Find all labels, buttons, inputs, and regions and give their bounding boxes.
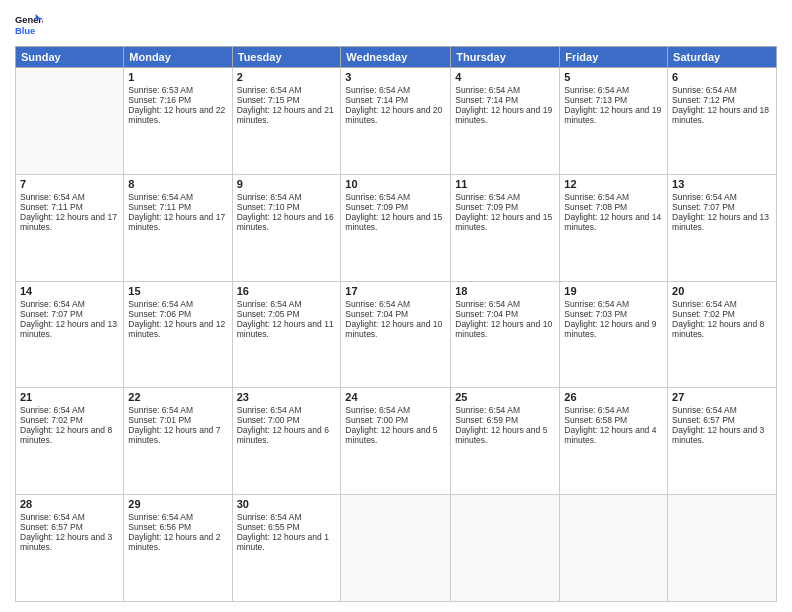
calendar-cell-5-5 (451, 495, 560, 602)
day-number: 19 (564, 285, 663, 297)
sunset-text: Sunset: 6:55 PM (237, 522, 337, 532)
day-number: 2 (237, 71, 337, 83)
daylight-text: Daylight: 12 hours and 6 minutes. (237, 425, 337, 445)
day-number: 16 (237, 285, 337, 297)
calendar-week-3: 14Sunrise: 6:54 AMSunset: 7:07 PMDayligh… (16, 281, 777, 388)
day-number: 5 (564, 71, 663, 83)
sunrise-text: Sunrise: 6:54 AM (128, 512, 227, 522)
weekday-header-monday: Monday (124, 47, 232, 68)
weekday-header-friday: Friday (560, 47, 668, 68)
sunset-text: Sunset: 6:57 PM (672, 415, 772, 425)
sunrise-text: Sunrise: 6:54 AM (564, 299, 663, 309)
calendar-cell-5-4 (341, 495, 451, 602)
sunrise-text: Sunrise: 6:54 AM (455, 85, 555, 95)
sunset-text: Sunset: 7:10 PM (237, 202, 337, 212)
sunset-text: Sunset: 7:14 PM (455, 95, 555, 105)
calendar-cell-4-5: 25Sunrise: 6:54 AMSunset: 6:59 PMDayligh… (451, 388, 560, 495)
sunrise-text: Sunrise: 6:54 AM (345, 405, 446, 415)
sunset-text: Sunset: 7:05 PM (237, 309, 337, 319)
weekday-header-wednesday: Wednesday (341, 47, 451, 68)
day-number: 3 (345, 71, 446, 83)
sunset-text: Sunset: 7:02 PM (672, 309, 772, 319)
weekday-header-saturday: Saturday (668, 47, 777, 68)
day-number: 15 (128, 285, 227, 297)
calendar-table: SundayMondayTuesdayWednesdayThursdayFrid… (15, 46, 777, 602)
sunrise-text: Sunrise: 6:54 AM (564, 192, 663, 202)
day-number: 23 (237, 391, 337, 403)
day-number: 6 (672, 71, 772, 83)
sunset-text: Sunset: 7:04 PM (345, 309, 446, 319)
daylight-text: Daylight: 12 hours and 15 minutes. (345, 212, 446, 232)
day-number: 25 (455, 391, 555, 403)
calendar-cell-5-1: 28Sunrise: 6:54 AMSunset: 6:57 PMDayligh… (16, 495, 124, 602)
sunrise-text: Sunrise: 6:54 AM (128, 405, 227, 415)
svg-text:General: General (15, 15, 43, 25)
day-number: 30 (237, 498, 337, 510)
calendar-cell-5-6 (560, 495, 668, 602)
sunrise-text: Sunrise: 6:54 AM (345, 299, 446, 309)
calendar-cell-3-4: 17Sunrise: 6:54 AMSunset: 7:04 PMDayligh… (341, 281, 451, 388)
calendar-week-4: 21Sunrise: 6:54 AMSunset: 7:02 PMDayligh… (16, 388, 777, 495)
day-number: 14 (20, 285, 119, 297)
day-number: 18 (455, 285, 555, 297)
svg-text:Blue: Blue (15, 26, 35, 36)
day-number: 9 (237, 178, 337, 190)
sunrise-text: Sunrise: 6:54 AM (237, 192, 337, 202)
sunset-text: Sunset: 7:00 PM (345, 415, 446, 425)
daylight-text: Daylight: 12 hours and 18 minutes. (672, 105, 772, 125)
daylight-text: Daylight: 12 hours and 20 minutes. (345, 105, 446, 125)
daylight-text: Daylight: 12 hours and 17 minutes. (128, 212, 227, 232)
sunrise-text: Sunrise: 6:54 AM (237, 85, 337, 95)
calendar-cell-3-6: 19Sunrise: 6:54 AMSunset: 7:03 PMDayligh… (560, 281, 668, 388)
calendar-cell-5-2: 29Sunrise: 6:54 AMSunset: 6:56 PMDayligh… (124, 495, 232, 602)
sunset-text: Sunset: 7:16 PM (128, 95, 227, 105)
daylight-text: Daylight: 12 hours and 7 minutes. (128, 425, 227, 445)
logo: General Blue (15, 10, 43, 38)
day-number: 1 (128, 71, 227, 83)
page: General Blue SundayMondayTuesdayWednesda… (0, 0, 792, 612)
calendar-cell-2-2: 8Sunrise: 6:54 AMSunset: 7:11 PMDaylight… (124, 174, 232, 281)
calendar-cell-1-5: 4Sunrise: 6:54 AMSunset: 7:14 PMDaylight… (451, 68, 560, 175)
logo-icon: General Blue (15, 10, 43, 38)
calendar-cell-1-7: 6Sunrise: 6:54 AMSunset: 7:12 PMDaylight… (668, 68, 777, 175)
day-number: 21 (20, 391, 119, 403)
calendar-week-5: 28Sunrise: 6:54 AMSunset: 6:57 PMDayligh… (16, 495, 777, 602)
day-number: 28 (20, 498, 119, 510)
day-number: 20 (672, 285, 772, 297)
sunset-text: Sunset: 7:01 PM (128, 415, 227, 425)
sunrise-text: Sunrise: 6:54 AM (564, 85, 663, 95)
calendar-week-1: 1Sunrise: 6:53 AMSunset: 7:16 PMDaylight… (16, 68, 777, 175)
calendar-cell-2-4: 10Sunrise: 6:54 AMSunset: 7:09 PMDayligh… (341, 174, 451, 281)
daylight-text: Daylight: 12 hours and 17 minutes. (20, 212, 119, 232)
calendar-cell-4-2: 22Sunrise: 6:54 AMSunset: 7:01 PMDayligh… (124, 388, 232, 495)
calendar-cell-1-6: 5Sunrise: 6:54 AMSunset: 7:13 PMDaylight… (560, 68, 668, 175)
calendar-cell-1-2: 1Sunrise: 6:53 AMSunset: 7:16 PMDaylight… (124, 68, 232, 175)
calendar-header-row: SundayMondayTuesdayWednesdayThursdayFrid… (16, 47, 777, 68)
calendar-cell-1-4: 3Sunrise: 6:54 AMSunset: 7:14 PMDaylight… (341, 68, 451, 175)
sunset-text: Sunset: 6:57 PM (20, 522, 119, 532)
daylight-text: Daylight: 12 hours and 1 minute. (237, 532, 337, 552)
weekday-header-sunday: Sunday (16, 47, 124, 68)
daylight-text: Daylight: 12 hours and 2 minutes. (128, 532, 227, 552)
sunrise-text: Sunrise: 6:54 AM (20, 405, 119, 415)
daylight-text: Daylight: 12 hours and 13 minutes. (672, 212, 772, 232)
calendar-cell-2-3: 9Sunrise: 6:54 AMSunset: 7:10 PMDaylight… (232, 174, 341, 281)
sunset-text: Sunset: 7:06 PM (128, 309, 227, 319)
sunrise-text: Sunrise: 6:54 AM (455, 299, 555, 309)
sunset-text: Sunset: 6:58 PM (564, 415, 663, 425)
daylight-text: Daylight: 12 hours and 22 minutes. (128, 105, 227, 125)
calendar-cell-4-1: 21Sunrise: 6:54 AMSunset: 7:02 PMDayligh… (16, 388, 124, 495)
daylight-text: Daylight: 12 hours and 10 minutes. (455, 319, 555, 339)
sunset-text: Sunset: 7:13 PM (564, 95, 663, 105)
sunset-text: Sunset: 7:03 PM (564, 309, 663, 319)
daylight-text: Daylight: 12 hours and 19 minutes. (564, 105, 663, 125)
daylight-text: Daylight: 12 hours and 5 minutes. (455, 425, 555, 445)
calendar-cell-2-1: 7Sunrise: 6:54 AMSunset: 7:11 PMDaylight… (16, 174, 124, 281)
sunset-text: Sunset: 7:08 PM (564, 202, 663, 212)
calendar-cell-2-7: 13Sunrise: 6:54 AMSunset: 7:07 PMDayligh… (668, 174, 777, 281)
sunrise-text: Sunrise: 6:54 AM (564, 405, 663, 415)
sunrise-text: Sunrise: 6:54 AM (20, 192, 119, 202)
day-number: 26 (564, 391, 663, 403)
daylight-text: Daylight: 12 hours and 16 minutes. (237, 212, 337, 232)
daylight-text: Daylight: 12 hours and 8 minutes. (672, 319, 772, 339)
